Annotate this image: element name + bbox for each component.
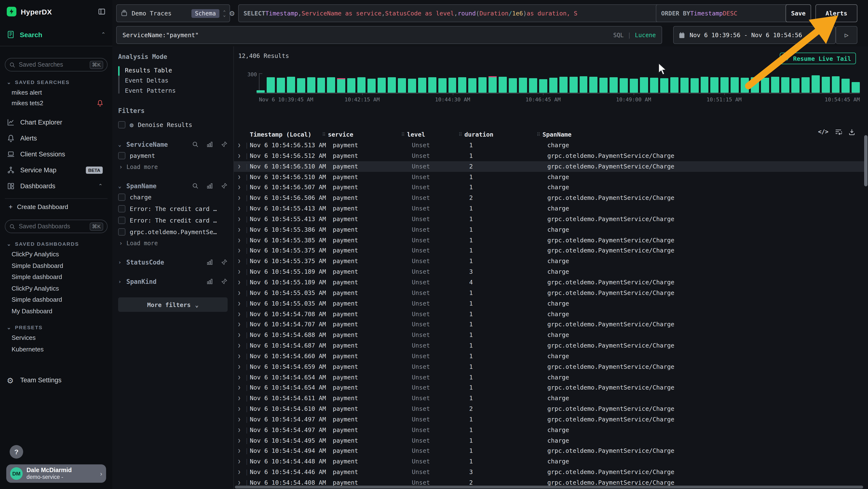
table-row[interactable]: ❯|Nov 6 10:54:54.688 AMpaymentUnset1char… [234, 330, 864, 340]
histogram-bar[interactable] [499, 77, 507, 93]
histogram-bar[interactable] [509, 78, 517, 93]
chart-icon[interactable] [207, 182, 213, 189]
alerts-button[interactable]: Alerts [815, 4, 858, 22]
filter-value-checkbox[interactable]: charge [118, 191, 227, 203]
histogram-bar[interactable] [610, 77, 618, 93]
histogram-bar[interactable] [368, 79, 376, 93]
table-row[interactable]: ❯|Nov 6 10:54:54.707 AMpaymentUnset1grpc… [234, 319, 864, 330]
sidebar-item-search[interactable]: Search ⌃ [0, 23, 112, 46]
column-grip-icon[interactable]: ⠿ [401, 130, 405, 140]
histogram-bar[interactable] [307, 77, 315, 93]
table-row[interactable]: ❯|Nov 6 10:54:56.513 AMpaymentUnset1char… [234, 140, 864, 151]
histogram-bar[interactable] [711, 78, 719, 93]
histogram-bar[interactable] [398, 78, 406, 93]
filter-group-servicename[interactable]: ⌄ServiceName [118, 139, 227, 150]
histogram-bar[interactable] [721, 77, 729, 93]
language-lucene[interactable]: Lucene [635, 32, 656, 38]
table-row[interactable]: ❯|Nov 6 10:54:54.494 AMpaymentUnset1grpc… [234, 446, 864, 456]
source-settings-gear-icon[interactable]: ⚙ [229, 8, 235, 18]
chart-icon[interactable] [207, 259, 213, 265]
column-header-duration[interactable]: duration [464, 130, 493, 140]
histogram-bar[interactable] [811, 75, 819, 93]
histogram-bar[interactable] [317, 78, 325, 93]
histogram-bar[interactable] [357, 78, 366, 93]
analysis-mode-event-deltas[interactable]: Event Deltas [125, 75, 227, 85]
column-header-level[interactable]: level [407, 130, 425, 140]
presets-header[interactable]: ⌄ PRESETS [7, 324, 107, 330]
table-row[interactable]: ❯|Nov 6 10:54:55.035 AMpaymentUnset1grpc… [234, 288, 864, 298]
vertical-scrollbar[interactable] [864, 135, 868, 186]
table-row[interactable]: ❯|Nov 6 10:54:56.510 AMpaymentUnset1char… [234, 172, 864, 182]
checkbox[interactable] [118, 217, 125, 224]
histogram[interactable] [256, 74, 860, 93]
histogram-bar[interactable] [690, 78, 699, 93]
saved-dashboards-header[interactable]: ⌄ SAVED DASHBOARDS [7, 241, 107, 247]
saved-dashboard-item[interactable]: My Dashboard [5, 305, 107, 317]
table-row[interactable]: ❯|Nov 6 10:54:56.507 AMpaymentUnset1char… [234, 182, 864, 193]
histogram-bar[interactable] [569, 77, 578, 93]
table-row[interactable]: ❯|Nov 6 10:54:54.610 AMpaymentUnset2grpc… [234, 404, 864, 414]
column-header-spanname[interactable]: SpanName [542, 130, 571, 140]
table-row[interactable]: ❯|Nov 6 10:54:55.375 AMpaymentUnset1char… [234, 256, 864, 267]
table-row[interactable]: ❯|Nov 6 10:54:54.654 AMpaymentUnset1char… [234, 372, 864, 382]
collapse-sidebar-icon[interactable] [98, 8, 105, 16]
chart-icon[interactable] [207, 141, 213, 148]
histogram-bar[interactable] [781, 77, 789, 93]
pin-icon[interactable] [221, 182, 227, 189]
histogram-bar[interactable] [600, 78, 608, 93]
chevron-up-icon[interactable]: ⌃ [101, 31, 105, 38]
load-more-button[interactable]: ›Load more [118, 238, 227, 248]
saved-dashboard-item[interactable]: ClickPy Analytics [5, 283, 107, 294]
saved-searches-header[interactable]: ⌄ SAVED SEARCHES [7, 79, 107, 85]
analysis-mode-event-patterns[interactable]: Event Patterns [125, 85, 227, 95]
histogram-bar[interactable] [539, 79, 547, 93]
table-row[interactable]: ❯|Nov 6 10:54:54.687 AMpaymentUnset1grpc… [234, 340, 864, 351]
search-icon[interactable] [192, 182, 199, 189]
histogram-bar[interactable] [519, 78, 527, 93]
saved-search-item[interactable]: mikes alert [5, 87, 107, 97]
histogram-bar[interactable] [448, 78, 457, 93]
sidebar-item-dashboards[interactable]: Dashboards⌃ [5, 178, 107, 194]
saved-dashboards-input[interactable]: Saved Dashboards ⌘K [5, 220, 107, 233]
histogram-bar[interactable] [418, 78, 426, 93]
table-row[interactable]: ❯|Nov 6 10:54:56.512 AMpaymentUnset1grpc… [234, 151, 864, 161]
histogram-bar[interactable] [256, 90, 265, 93]
table-row[interactable]: ❯|Nov 6 10:54:54.497 AMpaymentUnset1char… [234, 425, 864, 435]
table-row[interactable]: ❯|Nov 6 10:54:55.386 AMpaymentUnset1char… [234, 225, 864, 235]
histogram-bar[interactable] [287, 77, 295, 93]
search-query-input[interactable]: ServiceName:"payment" SQL | Lucene [116, 26, 662, 44]
histogram-bar[interactable] [337, 78, 345, 93]
table-row[interactable]: ❯|Nov 6 10:54:55.385 AMpaymentUnset1grpc… [234, 235, 864, 246]
pin-icon[interactable] [221, 278, 227, 285]
denoise-results-checkbox[interactable]: ◍ Denoise Results [118, 119, 227, 130]
histogram-bar[interactable] [590, 77, 598, 93]
table-row[interactable]: ❯|Nov 6 10:54:54.660 AMpaymentUnset1char… [234, 351, 864, 362]
histogram-bar[interactable] [297, 78, 305, 93]
column-header-service[interactable]: service [328, 130, 353, 140]
sidebar-item-chart-explorer[interactable]: Chart Explorer [5, 114, 107, 130]
histogram-bar[interactable] [579, 76, 588, 93]
preset-item[interactable]: Services [5, 332, 107, 343]
histogram-bar[interactable] [277, 78, 285, 93]
table-row[interactable]: ❯|Nov 6 10:54:55.413 AMpaymentUnset1char… [234, 203, 864, 214]
column-grip-icon[interactable]: ⠿ [537, 130, 540, 140]
table-row[interactable]: ❯|Nov 6 10:54:54.497 AMpaymentUnset1grpc… [234, 414, 864, 425]
saved-dashboard-item[interactable]: Simple dashboard [5, 294, 107, 305]
histogram-bar[interactable] [630, 79, 638, 93]
histogram-bar[interactable] [478, 77, 487, 93]
table-row[interactable]: ❯|Nov 6 10:54:55.189 AMpaymentUnset3char… [234, 266, 864, 277]
checkbox[interactable] [118, 121, 125, 128]
horizontal-scrollbar[interactable] [235, 486, 863, 489]
sidebar-item-team-settings[interactable]: ⚙ Team Settings [5, 372, 107, 388]
more-filters-button[interactable]: More filters ⌄ [118, 297, 227, 312]
histogram-bar[interactable] [680, 78, 688, 93]
sql-select-input[interactable]: SELECT Timestamp, ServiceName as service… [238, 4, 660, 22]
saved-searches-input[interactable]: Saved Searches ⌘K [5, 58, 107, 71]
filter-value-checkbox[interactable]: payment [118, 150, 227, 161]
histogram-bar[interactable] [559, 77, 567, 93]
table-row[interactable]: ❯|Nov 6 10:54:56.510 AMpaymentUnset2grpc… [234, 161, 864, 172]
save-button[interactable]: Save [785, 4, 811, 22]
histogram-bar[interactable] [660, 78, 669, 93]
preset-item[interactable]: Kubernetes [5, 343, 107, 355]
analysis-mode-results-table[interactable]: Results Table [125, 65, 227, 75]
